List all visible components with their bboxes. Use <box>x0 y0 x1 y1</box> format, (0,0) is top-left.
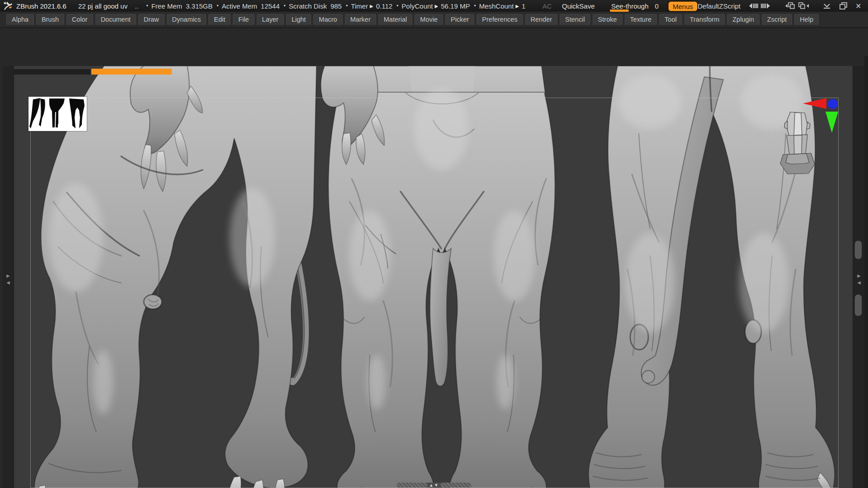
menu-item[interactable]: Preferences <box>476 14 523 25</box>
document-title: 22 pj all good uv <box>78 2 127 10</box>
minimize-icon[interactable] <box>822 2 832 10</box>
menu-item[interactable]: Tool <box>659 14 682 25</box>
tray-close-icon: ◂ <box>857 279 861 286</box>
see-through-value: 0 <box>655 2 659 10</box>
menu-item[interactable]: Marker <box>345 14 376 25</box>
thumbnail-silhouettes <box>28 97 87 131</box>
stat-arrow-icon: ▶ <box>515 4 519 9</box>
menu-item[interactable]: Transform <box>684 14 725 25</box>
scroll-strokes-left-icon[interactable] <box>745 2 759 10</box>
title-bar: ZBrush 2021.6.6 22 pj all good uv .. • F… <box>0 0 868 12</box>
menu-item[interactable]: Alpha <box>6 14 34 25</box>
axis-y-arrow <box>826 112 838 133</box>
menu-item[interactable]: Document <box>95 14 136 25</box>
right-tray-toggle[interactable]: ▸ ◂ <box>853 272 865 286</box>
default-zscript-button[interactable]: DefaultZScript <box>698 0 741 12</box>
menu-item[interactable]: Texture <box>625 14 657 25</box>
bullet-icon: • <box>217 3 218 9</box>
content-area: ▸ ◂ ▸ ◂ <box>0 28 868 488</box>
menu-item[interactable]: Movie <box>415 14 443 25</box>
status-stat: • Free Mem 3.315GB <box>146 2 213 10</box>
status-stat: • PolyCount ▶ 56.19 MP <box>396 2 470 10</box>
status-stat: • Scratch Disk 985 <box>284 2 342 10</box>
left-tray-toggle[interactable]: ▸ ◂ <box>3 272 14 286</box>
zbrush-logo-icon <box>3 1 13 10</box>
menu-item[interactable]: Picker <box>445 14 474 25</box>
polymesh-preview-gizmo <box>777 109 818 177</box>
sculpt-render <box>8 66 860 488</box>
stat-arrow-icon: ▶ <box>435 4 439 9</box>
menu-item[interactable]: Help <box>794 14 819 25</box>
restore-window-icon[interactable] <box>839 2 849 10</box>
bullet-icon: • <box>396 3 398 9</box>
scrubber-track[interactable] <box>11 69 90 75</box>
scroll-strokes-right-icon[interactable] <box>760 2 774 10</box>
menu-item[interactable]: Brush <box>36 14 64 25</box>
menu-item[interactable]: Stencil <box>560 14 590 25</box>
app-title: ZBrush 2021.6.6 <box>16 2 66 10</box>
menu-item[interactable]: Dynamics <box>167 14 207 25</box>
canvas-thumbnail <box>28 97 87 131</box>
status-stat: • Timer ▶ 0.112 <box>346 2 392 10</box>
axis-z-dot <box>828 99 838 109</box>
quicksave-button[interactable]: QuickSave <box>562 0 595 12</box>
menu-bar: Alpha Brush Color Document Draw Dynamics… <box>0 12 868 28</box>
tray-close-icon: ◂ <box>6 279 10 286</box>
status-readouts: • Free Mem 3.315GB • Active Mem 12544 • … <box>142 2 526 10</box>
menu-item[interactable]: File <box>233 14 254 25</box>
close-icon[interactable]: ✕ <box>855 0 861 12</box>
title-ellipsis: .. <box>135 2 138 10</box>
window-edge <box>864 56 868 488</box>
menu-item[interactable]: Light <box>286 14 311 25</box>
ac-toggle[interactable]: AC <box>542 0 552 12</box>
status-stat: • MeshCount ▶ 1 <box>474 2 525 10</box>
menus-button[interactable]: Menus <box>668 1 698 11</box>
menu-item[interactable]: Edit <box>208 14 231 25</box>
bullet-icon: • <box>284 3 286 9</box>
menu-item[interactable]: Color <box>66 14 93 25</box>
menu-item[interactable]: Zscript <box>762 14 793 25</box>
menu-item[interactable]: Render <box>525 14 558 25</box>
cycle-windows-right-icon[interactable] <box>797 2 811 10</box>
left-tray-divider[interactable]: ▸ ◂ <box>3 66 14 488</box>
right-scrollbar-upper[interactable] <box>855 241 862 259</box>
cycle-windows-left-icon[interactable] <box>782 2 796 10</box>
tray-open-icon: ▸ <box>857 272 861 279</box>
tray-open-icon: ▸ <box>6 272 10 279</box>
status-stat: • Active Mem 12544 <box>217 2 279 10</box>
menu-item[interactable]: Draw <box>138 14 165 25</box>
right-tray-divider[interactable]: ▸ ◂ <box>853 66 865 488</box>
axis-x-arrow <box>803 98 826 109</box>
bullet-icon: • <box>474 3 476 9</box>
tray-handle-arrows-icon: ▲▼ <box>427 483 441 488</box>
right-scrollbar-lower[interactable] <box>855 295 862 316</box>
scrubber-handle[interactable] <box>91 69 172 75</box>
sculpt-canvas[interactable] <box>8 66 860 488</box>
menu-item[interactable]: Macro <box>313 14 342 25</box>
menu-item[interactable]: Material <box>378 14 413 25</box>
zbrush-window: { "titlebar": { "app_title": "ZBrush 202… <box>0 0 868 488</box>
stat-arrow-icon: ▶ <box>370 4 373 9</box>
menu-item[interactable]: Layer <box>257 14 284 25</box>
title-bar-left: ZBrush 2021.6.6 22 pj all good uv .. • F… <box>0 1 525 10</box>
menu-item[interactable]: Stroke <box>593 14 623 25</box>
sculpt-figure-middle <box>321 66 555 488</box>
bottom-tray-handle[interactable]: ▲▼ <box>397 483 471 488</box>
menu-item[interactable]: Zplugin <box>727 14 760 25</box>
bullet-icon: • <box>146 3 148 9</box>
bullet-icon: • <box>346 3 348 9</box>
